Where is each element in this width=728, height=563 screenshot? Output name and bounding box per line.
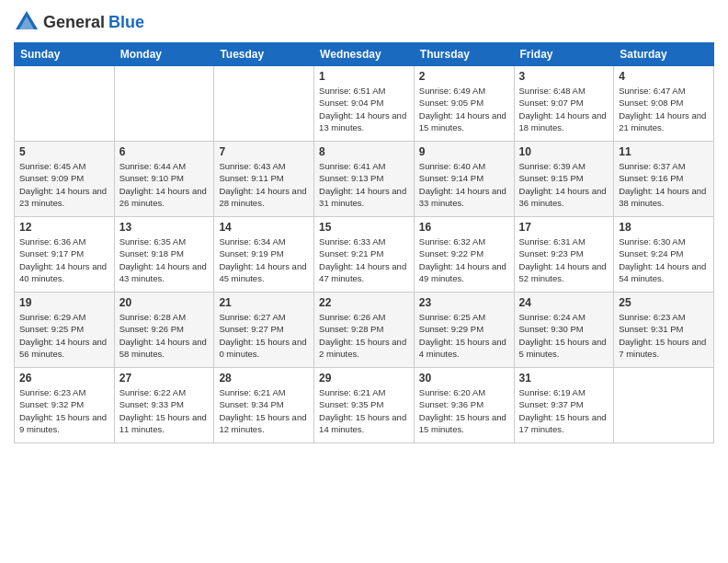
day-number: 7 [219, 145, 309, 158]
calendar-cell: 19Sunrise: 6:29 AM Sunset: 9:25 PM Dayli… [15, 293, 115, 368]
calendar-cell: 13Sunrise: 6:35 AM Sunset: 9:18 PM Dayli… [114, 217, 214, 293]
col-friday: Friday [514, 43, 614, 66]
day-info: Sunrise: 6:25 AM Sunset: 9:29 PM Dayligh… [419, 311, 509, 360]
day-info: Sunrise: 6:31 AM Sunset: 9:23 PM Dayligh… [519, 236, 609, 284]
logo-blue: Blue [108, 13, 144, 32]
calendar-week-row: 5Sunrise: 6:45 AM Sunset: 9:09 PM Daylig… [15, 142, 714, 217]
day-info: Sunrise: 6:32 AM Sunset: 9:22 PM Dayligh… [419, 236, 509, 284]
day-info: Sunrise: 6:23 AM Sunset: 9:32 PM Dayligh… [19, 386, 109, 435]
calendar-cell: 29Sunrise: 6:21 AM Sunset: 9:35 PM Dayli… [314, 368, 415, 443]
calendar-cell: 11Sunrise: 6:37 AM Sunset: 9:16 PM Dayli… [614, 142, 714, 217]
calendar-header-row: Sunday Monday Tuesday Wednesday Thursday… [15, 43, 714, 66]
day-info: Sunrise: 6:34 AM Sunset: 9:19 PM Dayligh… [219, 236, 309, 284]
col-sunday: Sunday [15, 43, 115, 66]
day-number: 24 [519, 296, 609, 309]
day-info: Sunrise: 6:26 AM Sunset: 9:28 PM Dayligh… [319, 311, 409, 360]
day-info: Sunrise: 6:24 AM Sunset: 9:30 PM Dayligh… [519, 311, 609, 360]
page: General Blue Sunday Monday Tuesday Wedne… [0, 0, 728, 563]
col-tuesday: Tuesday [214, 43, 314, 66]
calendar-week-row: 1Sunrise: 6:51 AM Sunset: 9:04 PM Daylig… [15, 66, 714, 142]
calendar-cell: 21Sunrise: 6:27 AM Sunset: 9:27 PM Dayli… [214, 293, 314, 368]
logo: General Blue [14, 9, 144, 35]
day-number: 1 [319, 70, 409, 83]
day-info: Sunrise: 6:49 AM Sunset: 9:05 PM Dayligh… [419, 85, 509, 133]
calendar-cell: 12Sunrise: 6:36 AM Sunset: 9:17 PM Dayli… [15, 217, 115, 293]
calendar-cell: 8Sunrise: 6:41 AM Sunset: 9:13 PM Daylig… [314, 142, 415, 217]
day-number: 30 [419, 372, 509, 385]
day-number: 28 [219, 372, 309, 385]
day-info: Sunrise: 6:41 AM Sunset: 9:13 PM Dayligh… [319, 160, 409, 209]
calendar-cell: 4Sunrise: 6:47 AM Sunset: 9:08 PM Daylig… [614, 66, 714, 142]
calendar-cell: 5Sunrise: 6:45 AM Sunset: 9:09 PM Daylig… [15, 142, 115, 217]
calendar-week-row: 26Sunrise: 6:23 AM Sunset: 9:32 PM Dayli… [15, 368, 714, 443]
day-info: Sunrise: 6:51 AM Sunset: 9:04 PM Dayligh… [319, 85, 409, 133]
day-info: Sunrise: 6:43 AM Sunset: 9:11 PM Dayligh… [219, 160, 309, 209]
calendar-cell: 31Sunrise: 6:19 AM Sunset: 9:37 PM Dayli… [514, 368, 614, 443]
day-number: 17 [519, 221, 609, 234]
day-info: Sunrise: 6:35 AM Sunset: 9:18 PM Dayligh… [119, 236, 210, 284]
calendar-cell: 20Sunrise: 6:28 AM Sunset: 9:26 PM Dayli… [114, 293, 214, 368]
day-number: 22 [319, 296, 409, 309]
calendar-cell [15, 66, 115, 142]
calendar-cell: 23Sunrise: 6:25 AM Sunset: 9:29 PM Dayli… [414, 293, 514, 368]
day-number: 23 [419, 296, 509, 309]
calendar-cell [614, 368, 714, 443]
day-number: 16 [419, 221, 509, 234]
logo-icon [14, 9, 40, 35]
day-info: Sunrise: 6:29 AM Sunset: 9:25 PM Dayligh… [19, 311, 109, 360]
day-info: Sunrise: 6:36 AM Sunset: 9:17 PM Dayligh… [19, 236, 109, 284]
day-info: Sunrise: 6:27 AM Sunset: 9:27 PM Dayligh… [219, 311, 309, 360]
day-number: 14 [219, 221, 309, 234]
day-number: 8 [319, 145, 409, 158]
calendar-cell: 30Sunrise: 6:20 AM Sunset: 9:36 PM Dayli… [414, 368, 514, 443]
day-number: 19 [19, 296, 109, 309]
day-number: 21 [219, 296, 309, 309]
day-info: Sunrise: 6:45 AM Sunset: 9:09 PM Dayligh… [19, 160, 109, 209]
day-number: 9 [419, 145, 509, 158]
day-number: 3 [519, 70, 609, 83]
logo-general: General [43, 13, 105, 32]
day-info: Sunrise: 6:28 AM Sunset: 9:26 PM Dayligh… [119, 311, 210, 360]
calendar-cell: 17Sunrise: 6:31 AM Sunset: 9:23 PM Dayli… [514, 217, 614, 293]
calendar-cell: 27Sunrise: 6:22 AM Sunset: 9:33 PM Dayli… [114, 368, 214, 443]
day-number: 31 [519, 372, 609, 385]
calendar-cell: 25Sunrise: 6:23 AM Sunset: 9:31 PM Dayli… [614, 293, 714, 368]
calendar-cell: 2Sunrise: 6:49 AM Sunset: 9:05 PM Daylig… [414, 66, 514, 142]
day-number: 2 [419, 70, 509, 83]
calendar-cell: 15Sunrise: 6:33 AM Sunset: 9:21 PM Dayli… [314, 217, 415, 293]
col-wednesday: Wednesday [314, 43, 415, 66]
day-info: Sunrise: 6:33 AM Sunset: 9:21 PM Dayligh… [319, 236, 409, 284]
day-info: Sunrise: 6:30 AM Sunset: 9:24 PM Dayligh… [619, 236, 709, 284]
calendar-week-row: 12Sunrise: 6:36 AM Sunset: 9:17 PM Dayli… [15, 217, 714, 293]
calendar-table: Sunday Monday Tuesday Wednesday Thursday… [14, 42, 714, 443]
day-info: Sunrise: 6:37 AM Sunset: 9:16 PM Dayligh… [619, 160, 709, 209]
calendar-cell [114, 66, 214, 142]
day-number: 4 [619, 70, 709, 83]
calendar-cell [214, 66, 314, 142]
day-number: 29 [319, 372, 409, 385]
calendar-cell: 22Sunrise: 6:26 AM Sunset: 9:28 PM Dayli… [314, 293, 415, 368]
day-number: 25 [619, 296, 709, 309]
col-thursday: Thursday [414, 43, 514, 66]
calendar-cell: 14Sunrise: 6:34 AM Sunset: 9:19 PM Dayli… [214, 217, 314, 293]
day-number: 20 [119, 296, 210, 309]
day-info: Sunrise: 6:48 AM Sunset: 9:07 PM Dayligh… [519, 85, 609, 133]
calendar-cell: 24Sunrise: 6:24 AM Sunset: 9:30 PM Dayli… [514, 293, 614, 368]
calendar-cell: 28Sunrise: 6:21 AM Sunset: 9:34 PM Dayli… [214, 368, 314, 443]
day-info: Sunrise: 6:19 AM Sunset: 9:37 PM Dayligh… [519, 386, 609, 435]
day-info: Sunrise: 6:22 AM Sunset: 9:33 PM Dayligh… [119, 386, 210, 435]
day-info: Sunrise: 6:23 AM Sunset: 9:31 PM Dayligh… [619, 311, 709, 360]
header: General Blue [14, 9, 714, 35]
day-info: Sunrise: 6:44 AM Sunset: 9:10 PM Dayligh… [119, 160, 210, 209]
calendar-cell: 16Sunrise: 6:32 AM Sunset: 9:22 PM Dayli… [414, 217, 514, 293]
calendar-week-row: 19Sunrise: 6:29 AM Sunset: 9:25 PM Dayli… [15, 293, 714, 368]
calendar-cell: 3Sunrise: 6:48 AM Sunset: 9:07 PM Daylig… [514, 66, 614, 142]
day-number: 15 [319, 221, 409, 234]
day-info: Sunrise: 6:40 AM Sunset: 9:14 PM Dayligh… [419, 160, 509, 209]
day-number: 26 [19, 372, 109, 385]
day-number: 6 [119, 145, 210, 158]
day-info: Sunrise: 6:39 AM Sunset: 9:15 PM Dayligh… [519, 160, 609, 209]
calendar-cell: 10Sunrise: 6:39 AM Sunset: 9:15 PM Dayli… [514, 142, 614, 217]
col-saturday: Saturday [614, 43, 714, 66]
day-number: 27 [119, 372, 210, 385]
